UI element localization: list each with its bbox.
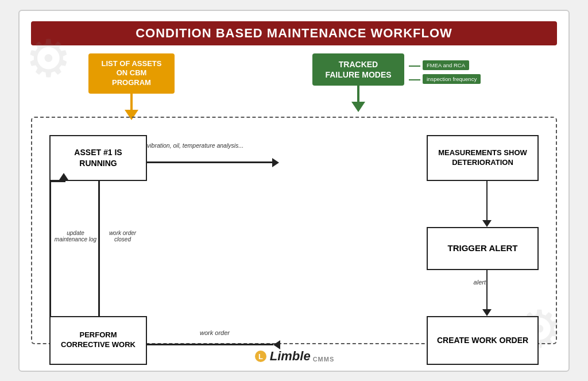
work-order-annotation: work order: [149, 329, 280, 336]
fmea-label-1: FMEA and RCA: [423, 60, 469, 70]
measurements-node: MEASUREMENTS SHOW DETERIORATION: [427, 135, 539, 181]
logo-cmms-text: CMMS: [313, 356, 335, 363]
arrow-wo-to-perform: [147, 340, 280, 349]
update-log-annotation: update maintenance log: [54, 230, 97, 243]
arrow-wo-closed-v: [98, 181, 100, 316]
create-wo-node: CREATE WORK ORDER: [427, 316, 539, 365]
logo-bar: L Limble CMMS: [254, 349, 335, 364]
vibration-annotation: vibration, oil, temperature analysis...: [147, 142, 278, 149]
arrow-up-to-asset: [59, 173, 68, 182]
main-card: ⚙ ⚙ CONDITION BASED MAINTENANCE WORKFLOW…: [18, 10, 570, 372]
alert-annotation: alert: [474, 279, 486, 286]
perform-node: PERFORM CORRECTIVE WORK: [49, 316, 147, 365]
fmea-label-2: inspection frequency: [423, 74, 481, 84]
limble-logo-icon: L: [254, 349, 268, 363]
workflow-box: ASSET #1 IS RUNNING MEASUREMENTS SHOW DE…: [31, 117, 557, 344]
wo-closed-annotation: work order closed: [101, 230, 144, 243]
page-title: CONDITION BASED MAINTENANCE WORKFLOW: [31, 21, 557, 45]
svg-text:L: L: [258, 352, 263, 361]
arrow-asset-to-measurements: [147, 158, 279, 167]
arrow-trigger-to-wo: [482, 270, 492, 316]
arrow-perform-up-v: [49, 181, 51, 316]
trigger-node: TRIGGER ALERT: [427, 227, 539, 270]
arrow-meas-to-trigger: [482, 181, 492, 227]
assets-label: LIST OF ASSETS ON CBM PROGRAM: [88, 53, 175, 94]
tracked-label: TRACKED FAILURE MODES: [312, 53, 404, 86]
logo-limble-text: Limble: [270, 349, 311, 364]
